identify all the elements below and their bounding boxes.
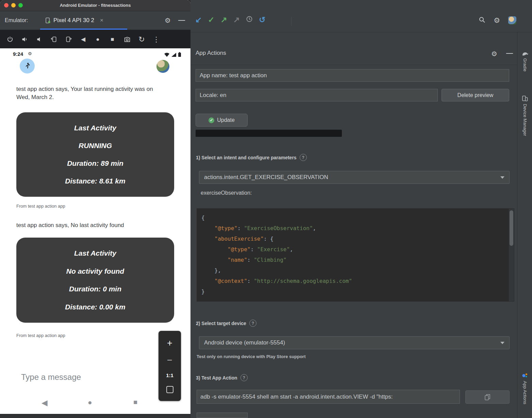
commit-check-icon[interactable]: ✓ [208,16,214,24]
parameter-name-label: exerciseObservation: [201,190,252,196]
from-app-label-1: From test app action app [16,204,65,209]
user-avatar [156,60,169,73]
section-3-help-icon[interactable]: ? [240,374,248,381]
card1-duration: Duration: 89 min [20,159,170,167]
assistant-message-2: test app action says, No last activity f… [16,221,163,229]
code-scrollbar-thumb[interactable] [510,210,513,246]
volume-down-button[interactable] [32,30,47,49]
tool-window-title: App Actions [196,50,226,57]
home-button[interactable]: ● [90,30,105,49]
volume-up-button[interactable] [17,30,32,49]
delete-preview-label: Delete preview [458,92,494,98]
rollback-undo-icon[interactable]: ↺ [259,16,265,24]
emulator-settings-gear-icon[interactable]: ⚙ [165,11,171,30]
phone-tab-icon [45,17,50,23]
update-project-icon[interactable]: ↗ [221,16,227,24]
section-3-label: 3) Test App Action [196,375,237,381]
battery-icon [178,52,181,57]
section-1-header: 1) Select an intent and configure parame… [196,154,307,161]
tool-window-gear-icon[interactable]: ⚙ [491,50,497,58]
emulator-label: Emulator: [5,11,28,30]
strip-device-manager-label: Device Manager [522,104,528,136]
card1-status: RUNNING [20,142,170,150]
app-name-field[interactable]: App name: test app action [196,69,509,82]
panel-divider [190,65,517,65]
ide-right-icons: ⚙ [479,16,516,25]
zoom-in-button[interactable]: + [167,339,172,348]
overview-button[interactable]: ■ [105,30,120,49]
strip-app-actions-label: App Actions [522,381,528,404]
emulator-minimize-icon[interactable]: — [178,11,185,30]
target-device-value: Android device (emulator-5554) [204,339,285,346]
emulator-tabbar: Emulator: Pixel 4 API 30 2 × ⚙ — [0,11,190,30]
target-device-dropdown[interactable]: Android device (emulator-5554) [199,336,510,349]
emulator-zoom-panel: + − 1:1 [159,331,181,401]
chevron-down-icon [500,342,504,344]
update-check-icon: ✓ [209,117,214,123]
delete-preview-button[interactable]: Delete preview [442,89,509,101]
card1-distance: Distance: 8.61 km [20,177,170,185]
device-tab[interactable]: Pixel 4 API 30 2 × [40,11,127,30]
nav-back-icon[interactable]: ◀ [41,398,48,407]
rotate-right-button[interactable] [61,30,76,49]
section-3-header: 3) Test App Action ? [196,374,248,381]
section-1-label: 1) Select an intent and configure parame… [196,155,297,160]
section-2-header: 2) Select target device ? [196,320,256,327]
strip-gradle-label: Gradle [522,58,528,71]
tool-window-minimize-icon[interactable]: — [506,49,513,57]
json-parameter-editor[interactable]: { "@type": "ExerciseObservation", "about… [197,208,514,302]
card2-status: No activity found [20,267,170,275]
section-2-label: 2) Select target device [196,321,246,326]
emulator-window: Android Emulator - fitnessactions Emulat… [0,0,190,414]
run-toolbar-icons: ↙ ✓ ↗ ↗ ↺ [195,16,265,24]
copy-icon [485,394,490,400]
history-clock-icon[interactable] [246,16,253,24]
profile-avatar-icon[interactable] [508,16,516,25]
wifi-icon [164,53,169,57]
runner-icon [23,62,31,70]
activity-card-2: Last Activity No activity found Duration… [16,238,174,323]
nav-overview-icon[interactable]: ■ [133,398,137,406]
power-button[interactable] [3,30,17,49]
device-manager-icon [522,95,528,101]
strip-app-actions[interactable]: App Actions [517,372,532,404]
toolbar-separator [291,17,292,26]
more-options-button[interactable]: ⋮ [149,30,164,49]
copy-command-button[interactable] [465,390,510,404]
search-everywhere-icon[interactable] [479,16,485,25]
jump-to-source-icon[interactable]: ↙ [195,16,202,24]
locale-field[interactable]: Locale: en [196,89,438,101]
message-input[interactable]: Type a message [21,372,81,382]
rotate-left-button[interactable] [47,30,61,49]
android-studio: ↙ ✓ ↗ ↗ ↺ ⚙ App Actions ⚙ — App name: [190,0,532,418]
card2-distance: Distance: 0.00 km [20,303,170,311]
app-actions-icon [522,372,528,379]
ide-settings-gear-icon[interactable]: ⚙ [494,16,500,25]
assistant-run-avatar [20,59,35,74]
update-button[interactable]: ✓ Update [196,114,248,127]
activity-card-1: Last Activity RUNNING Duration: 89 min D… [16,112,174,197]
zoom-reset-button[interactable]: 1:1 [166,372,173,378]
card2-title: Last Activity [20,249,170,257]
update-label: Update [217,117,235,123]
back-button[interactable]: ◀ [76,30,90,49]
tab-close-icon[interactable]: × [100,17,103,24]
strip-device-manager[interactable]: Device Manager [517,95,532,136]
assistant-message-1: test app action says, Your last running … [16,85,163,101]
ide-toolbar: ↙ ✓ ↗ ↗ ↺ ⚙ [190,0,532,32]
step-arrow-icon[interactable]: ↗ [233,16,240,24]
screen: Android Emulator - fitnessactions Emulat… [0,0,532,418]
section-2-help-icon[interactable]: ? [249,320,256,327]
intent-dropdown[interactable]: actions.intent.GET_EXERCISE_OBSERVATION [199,171,510,184]
zoom-out-button[interactable]: − [167,356,172,365]
screenshot-camera-button[interactable] [120,30,134,49]
section-1-help-icon[interactable]: ? [300,154,307,161]
chevron-down-icon [500,176,504,179]
snapshot-reset-button[interactable]: ↻ [134,30,149,49]
nav-home-icon[interactable]: ● [88,398,92,406]
macos-titlebar[interactable]: Android Emulator - fitnessactions [0,0,190,11]
strip-gradle[interactable]: Gradle [517,51,532,71]
obscured-text-bar [196,130,342,137]
fit-to-window-icon[interactable] [166,386,173,393]
adb-command-field[interactable]: adb -s emulator-5554 shell am start -a a… [197,390,460,404]
